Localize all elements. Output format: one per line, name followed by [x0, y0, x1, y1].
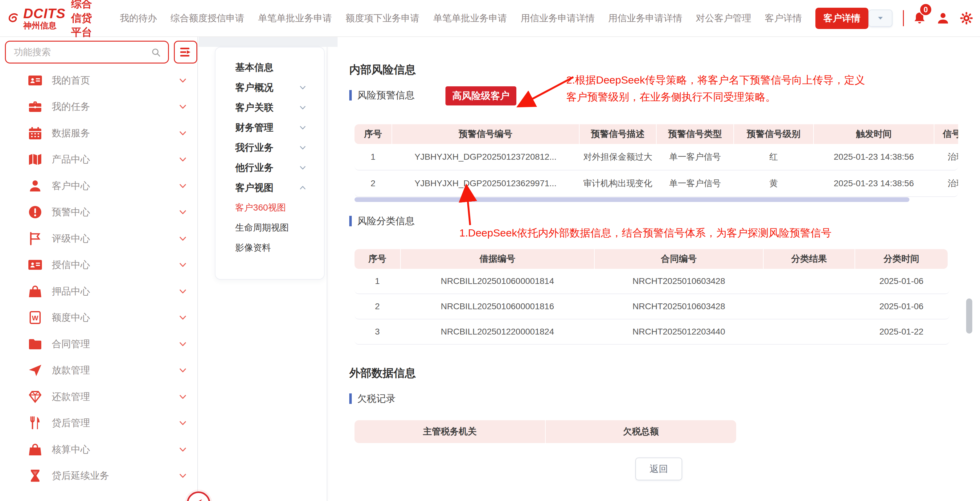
top-nav: 我的待办综合额度授信申请单笔单批业务申请额度项下业务申请单笔单批业务申请用信业务…: [120, 8, 869, 29]
table-cell: 1: [355, 269, 400, 294]
chevron-down-icon: [178, 102, 188, 111]
submenu-item-3[interactable]: 客户关联: [215, 97, 324, 118]
back-button[interactable]: 返回: [635, 458, 682, 480]
submenu-item-10[interactable]: 影像资料: [215, 238, 324, 258]
submenu-item-2[interactable]: 客户概况: [215, 77, 324, 97]
sidebar-item-label: 我的首页: [52, 74, 178, 87]
sidebar-item-15[interactable]: 核算中心: [0, 436, 197, 463]
nav-item-8[interactable]: 对公客户管理: [696, 12, 751, 25]
risk-warning-row-1[interactable]: 1YJBHYJXH_DGP20250123720812...对外担保金额过大单一…: [355, 144, 958, 170]
customer-detail-submenu: 基本信息客户概况客户关联财务管理我行业务他行业务客户视图客户360视图生命周期视…: [215, 47, 325, 280]
risk-warning-row-2[interactable]: 2YJBHYJXH_DGP20250123629971...审计机构出现变化单一…: [355, 170, 958, 197]
submenu-item-4[interactable]: 财务管理: [215, 118, 324, 137]
menu-toggle-button[interactable]: [174, 41, 197, 64]
sidebar-item-10[interactable]: W额度中心: [0, 305, 197, 331]
submenu-item-label: 生命周期视图: [235, 222, 307, 234]
brand-name: DCITS: [24, 6, 66, 21]
sidebar-item-label: 核算中心: [52, 443, 178, 456]
risk-class-row-2[interactable]: 2NRCBILL2025010600001816NRCHT20250106034…: [355, 294, 950, 320]
brand-company: 神州信息: [24, 21, 66, 30]
nav-item-6[interactable]: 用信业务申请详情: [521, 12, 595, 25]
risk-class-row-3[interactable]: 3NRCBILL2025012200001824NRCHT20250122034…: [355, 320, 950, 345]
sidebar-item-6[interactable]: 预警中心: [0, 199, 197, 226]
table-cell: 单一客户信号: [657, 170, 733, 196]
calendar-icon: [28, 126, 43, 141]
sidebar-item-13[interactable]: 还款管理: [0, 383, 197, 410]
annotation-2: 2.根据DeepSeek传导策略，将客户名下预警信号向上传导，定义 客户预警级别…: [566, 72, 865, 105]
nav-item-9[interactable]: 客户详情: [765, 12, 802, 25]
nav-item-2[interactable]: 综合额度授信申请: [170, 12, 245, 25]
sidebar-item-label: 贷后管理: [52, 417, 178, 429]
section-marker: [349, 90, 352, 100]
idcard-icon: [28, 73, 43, 88]
submenu-item-7[interactable]: 客户视图: [215, 178, 324, 198]
table-cell: NRCHT2025010603428: [595, 294, 763, 319]
sidebar-collapse-button[interactable]: [187, 491, 210, 501]
horizontal-scrollbar[interactable]: [355, 197, 909, 202]
user-profile-button[interactable]: [936, 11, 950, 25]
risk-class-table: 序号借据编号合同编号分类结果分类时间1NRCBILL20250106000018…: [355, 249, 950, 345]
table-cell: NRCBILL2025012200001824: [401, 320, 594, 344]
chevron-down-icon: [178, 76, 188, 85]
notifications-button[interactable]: 0: [913, 11, 927, 25]
submenu-item-8[interactable]: 客户360视图: [215, 198, 324, 218]
sidebar-item-3[interactable]: 数据服务: [0, 120, 197, 146]
sidebar-item-8[interactable]: 授信中心: [0, 252, 197, 278]
nav-item-4[interactable]: 额度项下业务申请: [345, 12, 420, 25]
submenu-item-1[interactable]: 基本信息: [215, 57, 324, 77]
sidebar-item-14[interactable]: 贷后管理: [0, 410, 197, 437]
nav-item-5[interactable]: 单笔单批业务申请: [433, 12, 507, 25]
map-icon: [28, 152, 43, 167]
submenu-item-label: 影像资料: [235, 242, 307, 254]
sidebar-item-label: 额度中心: [52, 311, 178, 324]
menu-list-icon: [180, 46, 192, 58]
nav-overflow-dropdown-button[interactable]: [869, 10, 892, 27]
sidebar-item-1[interactable]: 我的首页: [0, 67, 197, 94]
table-cell: 2: [355, 170, 391, 196]
bag-icon: [28, 284, 43, 299]
chevron-down-icon: [178, 287, 188, 296]
main-sidebar: 我的首页我的任务数据服务产品中心客户中心预警中心评级中心授信中心押品中心W额度中…: [0, 37, 198, 501]
chevron-down-icon: [299, 103, 307, 111]
column-header: 欠税总额: [546, 420, 736, 443]
column-header: 预警信号级别: [734, 124, 813, 144]
risk-warning-table: 序号预警信号编号预警信号描述预警信号类型预警信号级别触发时间信号状态1YJBHY…: [355, 124, 958, 197]
submenu-item-label: 客户360视图: [235, 202, 307, 214]
chevron-down-icon: [178, 129, 188, 138]
sidebar-item-label: 押品中心: [52, 285, 178, 298]
sidebar-item-4[interactable]: 产品中心: [0, 146, 197, 173]
submenu-item-5[interactable]: 我行业务: [215, 137, 324, 157]
chevron-up-icon: [299, 184, 307, 192]
sidebar-item-7[interactable]: 评级中心: [0, 225, 197, 252]
column-header: 借据编号: [401, 249, 594, 269]
risk-class-row-1[interactable]: 1NRCBILL2025010600001814NRCHT20250106034…: [355, 269, 950, 294]
column-header: 信号状态: [934, 124, 958, 144]
column-header: 合同编号: [595, 249, 763, 269]
sidebar-item-label: 客户中心: [52, 180, 178, 192]
table-cell: 2025-01-06: [855, 294, 948, 319]
nav-item-1[interactable]: 我的待办: [120, 12, 157, 25]
table-cell: YJBHYJXH_DGP20250123720812...: [392, 144, 579, 170]
submenu-item-6[interactable]: 他行业务: [215, 157, 324, 178]
table-cell: 2025-01-06: [855, 269, 948, 294]
submenu-item-9[interactable]: 生命周期视图: [215, 218, 324, 238]
sidebar-item-11[interactable]: 合同管理: [0, 331, 197, 357]
table-cell: [764, 269, 854, 294]
settings-button[interactable]: [959, 11, 974, 25]
tax-header-row: 主管税务机关欠税总额: [355, 420, 738, 443]
sidebar-item-12[interactable]: 放款管理: [0, 357, 197, 384]
table-cell: 审计机构出现变化: [579, 170, 656, 196]
sidebar-item-16[interactable]: 贷后延续业务: [0, 463, 197, 489]
nav-item-3[interactable]: 单笔单批业务申请: [258, 12, 332, 25]
search-input[interactable]: [14, 41, 150, 63]
nav-item-7[interactable]: 用信业务申请详情: [608, 12, 682, 25]
chevron-down-icon: [178, 260, 188, 269]
sidebar-item-2[interactable]: 我的任务: [0, 94, 197, 120]
dcits-logo-icon: [8, 5, 19, 32]
sidebar-item-9[interactable]: 押品中心: [0, 278, 197, 305]
risk-class-header-row: 序号借据编号合同编号分类结果分类时间: [355, 249, 950, 269]
vertical-scrollbar[interactable]: [966, 299, 972, 334]
chevron-down-icon: [299, 144, 307, 152]
sidebar-item-5[interactable]: 客户中心: [0, 173, 197, 199]
active-tab-customer-detail[interactable]: 客户详情: [815, 8, 869, 29]
